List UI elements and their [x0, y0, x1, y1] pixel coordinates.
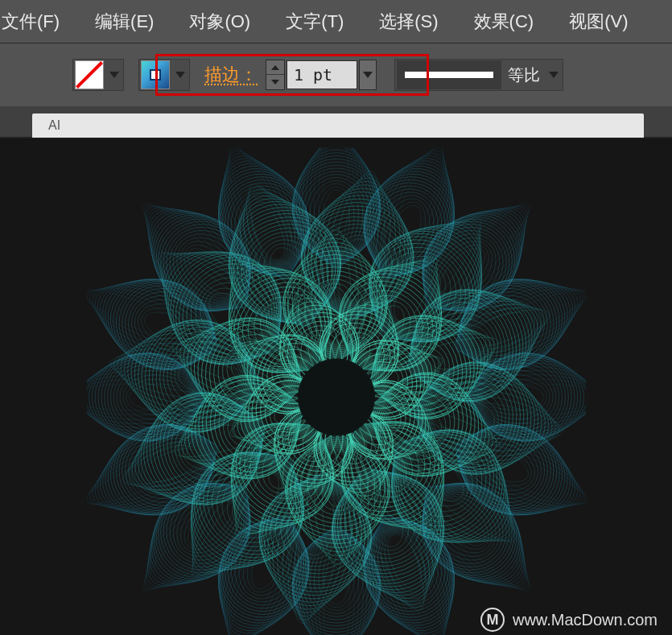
menu-file[interactable]: 文件(F) [0, 10, 77, 34]
profile-dropdown-arrow-icon[interactable] [545, 60, 563, 89]
stroke-weight-spinner [266, 60, 285, 90]
flower-artwork [87, 147, 586, 635]
document-tab-bar: AI [0, 106, 672, 138]
menu-type[interactable]: 文字(T) [268, 10, 361, 34]
svg-marker-4 [363, 72, 373, 78]
document-tab[interactable]: AI [32, 113, 644, 138]
svg-marker-0 [109, 72, 119, 78]
stroke-decrease-icon[interactable] [266, 75, 284, 89]
svg-marker-5 [549, 72, 559, 78]
menu-view[interactable]: 视图(V) [551, 10, 645, 34]
watermark-logo-icon: M [480, 608, 505, 632]
canvas-area[interactable] [0, 138, 672, 635]
profile-preview-icon[interactable] [397, 60, 501, 89]
stroke-swatch-group [138, 59, 190, 91]
menu-select[interactable]: 选择(S) [361, 10, 456, 34]
svg-point-245 [132, 192, 260, 320]
svg-marker-1 [175, 72, 185, 78]
fill-swatch-none-icon[interactable] [75, 60, 104, 89]
svg-marker-2 [271, 65, 279, 70]
stroke-weight-dropdown-arrow-icon[interactable] [359, 60, 377, 90]
watermark-text: www.MacDown.com [513, 611, 658, 629]
menu-bar: 文件(F) 编辑(E) 对象(O) 文字(T) 选择(S) 效果(C) 视图(V… [0, 0, 672, 43]
stroke-weight-input[interactable]: 1 pt [287, 60, 357, 89]
svg-marker-3 [271, 80, 279, 85]
menu-effect[interactable]: 效果(C) [456, 10, 552, 34]
svg-point-157 [132, 472, 260, 600]
menu-edit[interactable]: 编辑(E) [77, 10, 171, 34]
svg-point-854 [298, 358, 375, 435]
fill-swatch-group [72, 59, 124, 91]
watermark: M www.MacDown.com [480, 608, 658, 632]
svg-point-69 [412, 472, 540, 600]
stroke-increase-icon[interactable] [266, 60, 284, 75]
variable-width-profile-group: 等比 [394, 59, 563, 91]
fill-dropdown-arrow-icon[interactable] [105, 60, 123, 89]
stroke-swatch-dropdown-arrow-icon[interactable] [171, 60, 189, 89]
document-tab-title: AI [48, 118, 60, 133]
stroke-swatch-gradient-icon[interactable] [141, 60, 170, 89]
stroke-label[interactable]: 描边： [204, 63, 258, 87]
menu-object[interactable]: 对象(O) [171, 10, 268, 34]
profile-label: 等比 [508, 64, 540, 86]
svg-point-333 [412, 192, 540, 320]
control-toolbar: 描边： 1 pt 等比 [0, 43, 672, 106]
